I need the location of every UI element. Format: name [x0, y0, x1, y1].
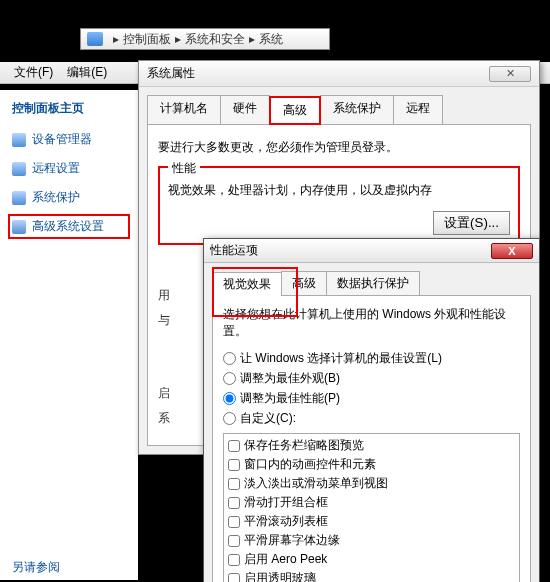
radio-best-appearance[interactable]: 调整为最佳外观(B) — [223, 370, 520, 387]
leftnav-title[interactable]: 控制面板主页 — [12, 100, 126, 117]
performance-options-dialog: 性能运项 X 视觉效果 高级 数据执行保护 选择您想在此计算机上使用的 Wind… — [203, 238, 540, 582]
effect-label: 淡入淡出或滑动菜单到视图 — [244, 475, 388, 492]
visual-effects-list[interactable]: 保存任务栏缩略图预览窗口内的动画控件和元素淡入淡出或滑动菜单到视图滑动打开组合框… — [223, 433, 520, 582]
effect-checkbox-row[interactable]: 平滑滚动列表框 — [226, 512, 517, 531]
effect-label: 窗口内的动画控件和元素 — [244, 456, 376, 473]
shield-icon — [12, 191, 26, 205]
effect-checkbox-row[interactable]: 滑动打开组合框 — [226, 493, 517, 512]
shield-icon — [12, 133, 26, 147]
see-also: 另请参阅 — [12, 559, 126, 576]
effect-checkbox[interactable] — [228, 440, 240, 452]
effect-checkbox[interactable] — [228, 573, 240, 583]
effect-checkbox-row[interactable]: 窗口内的动画控件和元素 — [226, 455, 517, 474]
bc-a[interactable]: 控制面板 — [123, 31, 171, 48]
performance-group: 性能 视觉效果，处理器计划，内存使用，以及虚拟内存 设置(S)... — [158, 166, 520, 245]
effect-label: 平滑滚动列表框 — [244, 513, 328, 530]
effect-label: 启用 Aero Peek — [244, 551, 327, 568]
tab-perf-advanced[interactable]: 高级 — [281, 271, 327, 295]
perf-tabs: 视觉效果 高级 数据执行保护 — [204, 263, 539, 295]
nav-remote-settings[interactable]: 远程设置 — [12, 160, 126, 177]
effect-checkbox-row[interactable]: 启用 Aero Peek — [226, 550, 517, 569]
bc-c[interactable]: 系统 — [259, 31, 283, 48]
nav-system-protect[interactable]: 系统保护 — [12, 189, 126, 206]
radio-best-performance[interactable]: 调整为最佳性能(P) — [223, 390, 520, 407]
radio-custom[interactable]: 自定义(C): — [223, 410, 520, 427]
bc-sep: ▸ — [249, 32, 255, 46]
effect-checkbox-row[interactable]: 淡入淡出或滑动菜单到视图 — [226, 474, 517, 493]
shield-icon — [12, 162, 26, 176]
perf-group-desc: 视觉效果，处理器计划，内存使用，以及虚拟内存 — [168, 182, 510, 199]
tab-advanced[interactable]: 高级 — [269, 96, 321, 125]
perf-desc: 选择您想在此计算机上使用的 Windows 外观和性能设置。 — [223, 306, 520, 340]
radio-auto[interactable]: 让 Windows 选择计算机的最佳设置(L) — [223, 350, 520, 367]
effect-checkbox-row[interactable]: 保存任务栏缩略图预览 — [226, 436, 517, 455]
shield-icon — [12, 220, 26, 234]
breadcrumb[interactable]: ▸ 控制面板 ▸ 系统和安全 ▸ 系统 — [80, 28, 330, 50]
sysprop-title: 系统属性 — [147, 65, 195, 82]
radio-input[interactable] — [223, 392, 236, 405]
tab-computer-name[interactable]: 计算机名 — [147, 95, 221, 124]
effect-checkbox[interactable] — [228, 478, 240, 490]
menu-file[interactable]: 文件(F) — [14, 64, 53, 81]
effect-label: 滑动打开组合框 — [244, 494, 328, 511]
nav-label: 设备管理器 — [32, 131, 92, 148]
bc-sep: ▸ — [175, 32, 181, 46]
effect-checkbox[interactable] — [228, 535, 240, 547]
radio-input[interactable] — [223, 352, 236, 365]
radio-label: 调整为最佳外观(B) — [240, 370, 340, 387]
effect-checkbox[interactable] — [228, 516, 240, 528]
effect-label: 平滑屏幕字体边缘 — [244, 532, 340, 549]
tab-visual-effects[interactable]: 视觉效果 — [212, 272, 282, 296]
nav-label: 高级系统设置 — [32, 218, 104, 235]
close-button[interactable]: X — [491, 243, 533, 259]
perf-body: 选择您想在此计算机上使用的 Windows 外观和性能设置。 让 Windows… — [212, 295, 531, 582]
nav-label: 远程设置 — [32, 160, 80, 177]
tab-system-protect[interactable]: 系统保护 — [320, 95, 394, 124]
tab-remote[interactable]: 远程 — [393, 95, 443, 124]
nav-label: 系统保护 — [32, 189, 80, 206]
bc-b[interactable]: 系统和安全 — [185, 31, 245, 48]
menu-edit[interactable]: 编辑(E) — [67, 64, 107, 81]
radio-label: 调整为最佳性能(P) — [240, 390, 340, 407]
radio-label: 让 Windows 选择计算机的最佳设置(L) — [240, 350, 442, 367]
radio-label: 自定义(C): — [240, 410, 296, 427]
computer-icon — [87, 32, 103, 46]
effect-label: 启用透明玻璃 — [244, 570, 316, 582]
nav-device-manager[interactable]: 设备管理器 — [12, 131, 126, 148]
perf-settings-button[interactable]: 设置(S)... — [433, 211, 510, 235]
left-nav: 控制面板主页 设备管理器 远程设置 系统保护 高级系统设置 另请参阅 — [0, 90, 138, 580]
effect-checkbox-row[interactable]: 启用透明玻璃 — [226, 569, 517, 582]
effect-label: 保存任务栏缩略图预览 — [244, 437, 364, 454]
sysprop-titlebar[interactable]: 系统属性 ✕ — [139, 61, 539, 87]
perf-titlebar[interactable]: 性能运项 X — [204, 239, 539, 263]
effect-checkbox[interactable] — [228, 554, 240, 566]
effect-checkbox[interactable] — [228, 497, 240, 509]
perf-title: 性能运项 — [210, 242, 258, 259]
radio-input[interactable] — [223, 372, 236, 385]
tab-dep[interactable]: 数据执行保护 — [326, 271, 420, 295]
bc-sep: ▸ — [113, 32, 119, 46]
sysprop-tabs: 计算机名 硬件 高级 系统保护 远程 — [139, 87, 539, 124]
nav-advanced-system[interactable]: 高级系统设置 — [8, 214, 130, 239]
effect-checkbox-row[interactable]: 平滑屏幕字体边缘 — [226, 531, 517, 550]
admin-note: 要进行大多数更改，您必须作为管理员登录。 — [158, 139, 520, 156]
radio-input[interactable] — [223, 412, 236, 425]
tab-hardware[interactable]: 硬件 — [220, 95, 270, 124]
perf-group-title: 性能 — [168, 160, 200, 177]
close-button[interactable]: ✕ — [489, 66, 531, 82]
effect-checkbox[interactable] — [228, 459, 240, 471]
